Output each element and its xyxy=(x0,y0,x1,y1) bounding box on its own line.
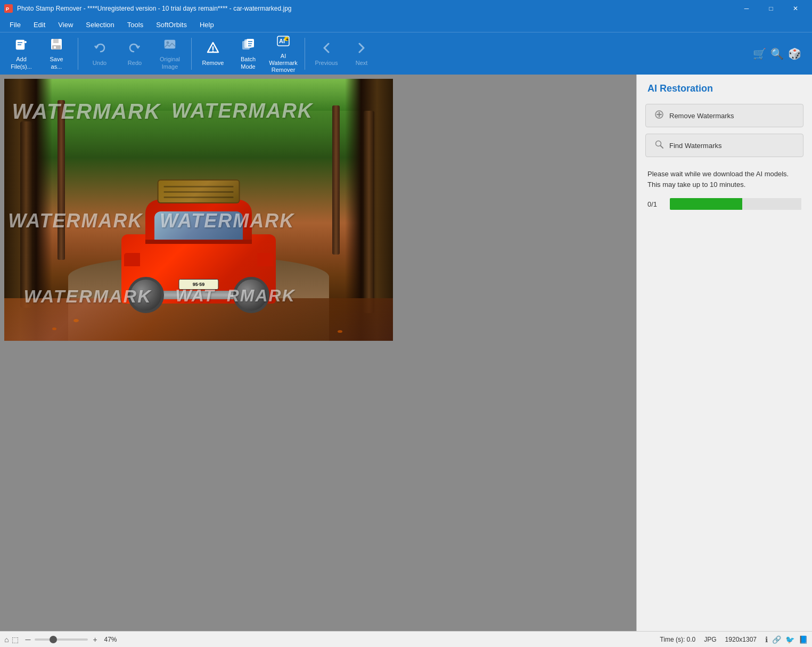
svg-text:P: P xyxy=(6,6,9,12)
time-label: Time (s): 0.0 xyxy=(660,636,695,643)
remove-icon xyxy=(206,40,220,58)
menu-file[interactable]: File xyxy=(4,19,26,31)
next-button[interactable]: Next xyxy=(345,35,379,72)
statusbar-right: Time (s): 0.0 JPG 1920x1307 ℹ 🔗 🐦 📘 xyxy=(660,635,808,644)
ai-watermark-remover-icon: AI ✦ xyxy=(276,34,291,51)
toolbar-separator-1 xyxy=(78,38,78,70)
remove-watermarks-icon xyxy=(654,110,664,121)
add-files-button[interactable]: AddFile(s)... xyxy=(4,35,38,72)
zoom-slider[interactable] xyxy=(35,638,88,641)
menu-softorbits[interactable]: SoftOrbits xyxy=(151,19,192,31)
find-watermarks-icon xyxy=(654,140,664,151)
menu-view[interactable]: View xyxy=(53,19,78,31)
wait-message: Please wait while we download the AI mod… xyxy=(647,169,801,190)
dimensions-label: 1920x1307 xyxy=(725,636,757,643)
progress-bar-fill xyxy=(670,198,742,210)
undo-icon xyxy=(92,40,107,58)
canvas-container[interactable]: 95·59 WATERMARK xyxy=(0,75,636,631)
redo-icon xyxy=(127,40,142,58)
previous-label: Previous xyxy=(315,60,338,67)
status-icons: ℹ 🔗 🐦 📘 xyxy=(765,635,808,644)
previous-button[interactable]: Previous xyxy=(309,35,343,72)
titlebar-left: P Photo Stamp Remover - ****Unregistered… xyxy=(4,4,292,13)
select-icon[interactable]: ⬚ xyxy=(12,635,19,644)
remove-watermarks-button[interactable]: Remove Watermarks xyxy=(645,104,803,127)
share-icon[interactable]: 🔗 xyxy=(772,635,781,644)
image-wrapper: 95·59 WATERMARK xyxy=(4,79,393,341)
progress-bar xyxy=(670,198,801,210)
svg-text:AI: AI xyxy=(279,38,285,44)
main-area: 95·59 WATERMARK xyxy=(0,75,812,631)
zoom-slider-thumb[interactable] xyxy=(50,636,57,643)
svg-rect-8 xyxy=(53,39,59,43)
statusbar-left-icons: ⌂ ⬚ xyxy=(4,635,19,644)
save-as-button[interactable]: Saveas... xyxy=(39,35,73,72)
zoom-in-button[interactable]: + xyxy=(90,635,100,644)
batch-mode-label: BatchMode xyxy=(241,56,256,70)
svg-point-12 xyxy=(167,42,169,44)
app-title: Photo Stamp Remover - ****Unregistered v… xyxy=(17,5,292,12)
statusbar: ⌂ ⬚ ─ + 47% Time (s): 0.0 JPG 1920x1307 … xyxy=(0,631,812,647)
facebook-icon[interactable]: 📘 xyxy=(799,635,808,644)
next-icon xyxy=(354,40,369,58)
svg-rect-10 xyxy=(54,46,56,48)
undo-label: Undo xyxy=(93,60,106,67)
info-icon[interactable]: ℹ xyxy=(765,635,768,644)
ai-watermark-remover-label: AIWatermarkRemover xyxy=(269,53,297,74)
batch-mode-button[interactable]: BatchMode xyxy=(231,35,265,72)
undo-button[interactable]: Undo xyxy=(83,35,117,72)
original-image-button[interactable]: OriginalImage xyxy=(153,35,187,72)
menu-edit[interactable]: Edit xyxy=(28,19,51,31)
add-files-icon xyxy=(14,37,29,54)
remove-button[interactable]: Remove xyxy=(196,35,230,72)
add-files-label: AddFile(s)... xyxy=(11,56,32,70)
panel-title: AI Restoration xyxy=(637,75,812,101)
redo-label: Redo xyxy=(128,60,142,67)
zoom-value: 47% xyxy=(104,636,122,643)
menubar: File Edit View Selection Tools SoftOrbit… xyxy=(0,17,812,32)
progress-bar-empty xyxy=(742,198,801,210)
ai-watermark-remover-button[interactable]: AI ✦ AIWatermarkRemover xyxy=(266,35,300,72)
svg-text:✦: ✦ xyxy=(285,37,289,42)
zoom-controls: ─ + xyxy=(23,635,100,644)
redo-button[interactable]: Redo xyxy=(118,35,152,72)
svg-line-28 xyxy=(661,146,663,149)
app-icon: P xyxy=(4,4,13,13)
progress-label: 0/1 xyxy=(647,200,663,208)
main-image: 95·59 WATERMARK xyxy=(4,79,393,341)
format-label: JPG xyxy=(704,636,716,643)
right-panel: AI Restoration Remove Watermarks Find Wa… xyxy=(636,75,812,631)
cube-icon[interactable]: 🎲 xyxy=(788,47,801,60)
find-watermarks-label: Find Watermarks xyxy=(669,142,721,150)
search-icon[interactable]: 🔍 xyxy=(770,47,784,60)
zoom-out-button[interactable]: ─ xyxy=(23,635,32,644)
menu-tools[interactable]: Tools xyxy=(122,19,149,31)
remove-label: Remove xyxy=(202,60,224,67)
batch-mode-icon xyxy=(241,37,256,54)
progress-container: 0/1 xyxy=(647,198,801,210)
menu-selection[interactable]: Selection xyxy=(80,19,119,31)
panel-content: Please wait while we download the AI mod… xyxy=(637,160,812,631)
titlebar-controls: ─ □ ✕ xyxy=(734,0,808,17)
canvas-area: 95·59 WATERMARK xyxy=(0,75,636,631)
next-label: Next xyxy=(356,60,368,67)
minimize-button[interactable]: ─ xyxy=(734,0,759,17)
remove-watermarks-label: Remove Watermarks xyxy=(669,112,734,120)
save-icon xyxy=(49,37,64,54)
original-image-label: OriginalImage xyxy=(160,56,180,70)
svg-point-15 xyxy=(212,51,214,52)
previous-icon xyxy=(319,40,334,58)
original-image-icon xyxy=(162,37,177,54)
menu-help[interactable]: Help xyxy=(194,19,219,31)
twitter-icon[interactable]: 🐦 xyxy=(785,635,794,644)
find-watermarks-button[interactable]: Find Watermarks xyxy=(645,134,803,157)
toolbar-separator-2 xyxy=(191,38,192,70)
svg-rect-9 xyxy=(52,45,61,50)
toolbar-separator-3 xyxy=(305,38,305,70)
toolbar-right-icons: 🛒 🔍 🎲 xyxy=(753,47,808,60)
maximize-button[interactable]: □ xyxy=(759,0,783,17)
cart-icon[interactable]: 🛒 xyxy=(753,47,766,60)
home-icon[interactable]: ⌂ xyxy=(4,635,9,644)
close-button[interactable]: ✕ xyxy=(783,0,808,17)
titlebar: P Photo Stamp Remover - ****Unregistered… xyxy=(0,0,812,17)
